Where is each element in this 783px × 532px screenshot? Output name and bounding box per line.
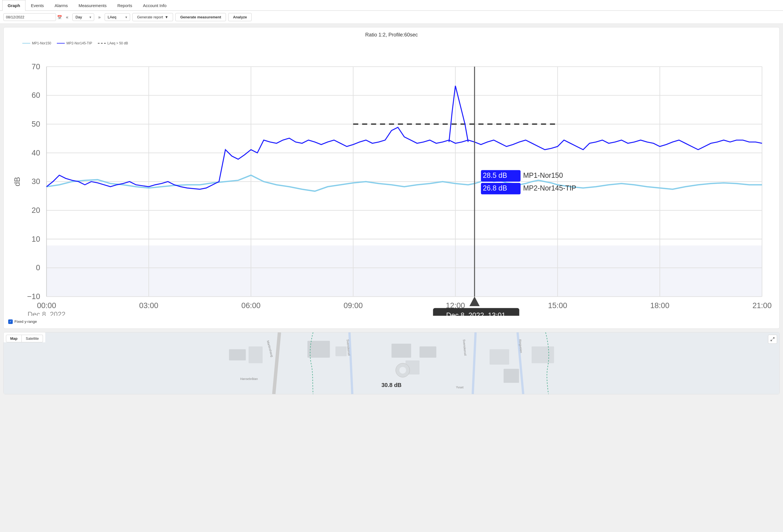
period-select-wrap: Day Week Month ▼ [72,13,94,21]
tab-measurements[interactable]: Measurements [73,0,112,11]
svg-text:30: 30 [32,177,40,186]
svg-text:03:00: 03:00 [139,301,158,310]
svg-point-62 [399,367,406,374]
svg-rect-58 [490,349,509,365]
tab-graph[interactable]: Graph [2,0,26,11]
legend-mp2-line [57,43,65,43]
svg-text:28.5 dB: 28.5 dB [483,172,507,179]
svg-rect-51 [229,349,246,360]
tab-account[interactable]: Account Info [137,0,171,11]
map-card: Map Satellite [3,332,780,394]
next-button[interactable]: » [96,13,102,21]
chart-card: Ratio 1:2, Profile:60sec MP1-Nor150 MP2-… [3,27,780,329]
svg-text:Dec 8, 2022, 13:01: Dec 8, 2022, 13:01 [446,311,506,316]
metric-select-wrap: LAeq LCeq LZeq LA90 ▼ [105,13,130,21]
svg-text:26.8 dB: 26.8 dB [483,184,507,192]
date-input[interactable] [3,13,56,21]
svg-rect-54 [335,346,347,356]
svg-text:60: 60 [32,91,40,100]
legend-mp1: MP1-Nor150 [22,41,51,45]
tab-reports[interactable]: Reports [112,0,138,11]
map-expand-button[interactable] [768,335,777,344]
svg-rect-55 [392,343,411,358]
main-content: Ratio 1:2, Profile:60sec MP1-Nor150 MP2-… [0,24,783,398]
tab-alarms[interactable]: Alarms [49,0,73,11]
date-input-wrap: 📅 [3,13,62,21]
svg-text:09:00: 09:00 [344,301,363,310]
svg-text:20: 20 [32,206,40,214]
svg-rect-52 [249,346,263,363]
map-db-label: 30.8 dB [381,382,402,389]
svg-text:0: 0 [36,263,40,272]
svg-text:00:00: 00:00 [37,301,56,310]
svg-text:MP1-Nor150: MP1-Nor150 [523,172,563,179]
generate-measurement-button[interactable]: Generate measurement [175,13,226,21]
legend-mp1-label: MP1-Nor150 [32,41,51,45]
svg-text:Yvset: Yvset [456,386,464,389]
svg-text:Dec 8, 2022: Dec 8, 2022 [28,311,66,315]
nav-tabs: Graph Events Alarms Measurements Reports… [0,0,783,11]
svg-text:Hansebråtan: Hansebråtan [240,377,258,380]
chart-legend: MP1-Nor150 MP2-Nor145-TIP LAeq > 50 dB [8,41,775,45]
tab-events[interactable]: Events [26,0,49,11]
svg-rect-53 [307,341,330,358]
analyze-button[interactable]: Analyze [228,13,252,21]
legend-mp2-label: MP2-Nor145-TIP [66,41,92,45]
map-tabs: Map Satellite [4,332,45,342]
map-background: Martinshaug Svenskerud Svenskerud Ringve… [4,332,779,394]
chart-title: Ratio 1:2, Profile:60sec [8,32,775,38]
svg-text:40: 40 [32,148,40,157]
fixed-yrange-row: Fixed y-range [8,320,775,324]
svg-text:15:00: 15:00 [548,301,567,310]
fixed-yrange-checkbox[interactable] [8,320,13,324]
svg-text:10: 10 [32,235,40,243]
metric-select[interactable]: LAeq LCeq LZeq LA90 [105,13,130,21]
map-tab-satellite[interactable]: Satellite [22,335,43,342]
svg-text:−10: −10 [27,292,40,301]
svg-marker-39 [469,297,479,306]
toolbar: 📅 « Day Week Month ▼ » LAeq LCeq LZeq LA… [0,11,783,24]
legend-mp2: MP2-Nor145-TIP [57,41,92,45]
map-tab-map[interactable]: Map [6,335,22,342]
svg-text:18:00: 18:00 [650,301,669,310]
fixed-yrange-label: Fixed y-range [14,320,37,324]
legend-laeq-line [98,43,106,43]
prev-button[interactable]: « [64,13,70,21]
svg-text:70: 70 [32,62,40,71]
svg-text:06:00: 06:00 [242,301,261,310]
svg-text:MP2-Nor145-TIP: MP2-Nor145-TIP [523,184,576,192]
svg-rect-0 [46,245,762,297]
svg-text:dB: dB [13,177,22,186]
legend-laeq: LAeq > 50 dB [98,41,128,45]
chart-area: 70 60 50 40 30 20 10 0 −10 dB 00:00 Dec … [8,47,775,317]
generate-report-chevron: ▼ [165,15,168,19]
legend-laeq-label: LAeq > 50 dB [107,41,128,45]
generate-report-button[interactable]: Generate report ▼ [132,13,173,21]
svg-rect-59 [504,369,519,383]
svg-text:50: 50 [32,120,40,128]
svg-rect-60 [532,346,554,363]
svg-text:21:00: 21:00 [752,301,772,310]
svg-rect-57 [420,346,436,358]
chart-svg: 70 60 50 40 30 20 10 0 −10 dB 00:00 Dec … [8,47,775,316]
period-select[interactable]: Day Week Month [72,13,94,21]
legend-mp1-line [22,43,30,43]
